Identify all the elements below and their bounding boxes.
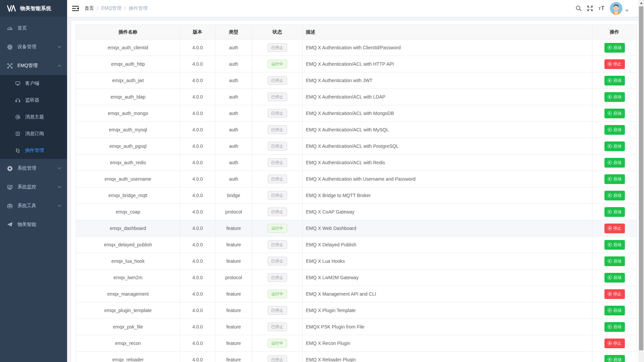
start-button[interactable]: 启动 <box>604 158 625 168</box>
action-button-label: 停止 <box>613 291 622 297</box>
status-cell: 已停止 <box>252 155 303 171</box>
start-button[interactable]: 启动 <box>604 76 625 85</box>
description-cell: EMQ X Reloader Plugin <box>303 352 592 362</box>
table-row: emqx_management 4.0.0 feature 运行中 EMQ X … <box>76 286 637 302</box>
chevron-down-icon <box>58 185 61 189</box>
sidebar-item-label: 插件管理 <box>25 147 44 154</box>
type-cell: feature <box>215 237 252 253</box>
sidebar-toggle-button[interactable] <box>67 0 84 17</box>
sidebar-item-emq[interactable]: EMQ管理 <box>0 56 67 75</box>
sidebar-item-wumei-smart[interactable]: 物美智能 <box>0 215 67 234</box>
action-button-icon <box>608 46 612 50</box>
search-icon[interactable] <box>573 0 584 17</box>
sidebar-item-system-monitor[interactable]: 系统监控 <box>0 178 67 196</box>
sidebar-item-plugins[interactable]: 插件管理 <box>0 142 67 159</box>
action-button-icon <box>608 128 612 132</box>
status-badge: 已停止 <box>268 322 287 331</box>
status-cell: 已停止 <box>252 352 303 362</box>
start-button[interactable]: 启动 <box>604 92 625 102</box>
font-size-icon[interactable]: TT <box>596 0 607 17</box>
sidebar-item-system-tools[interactable]: 系统工具 <box>0 196 67 215</box>
start-button[interactable]: 启动 <box>604 240 625 250</box>
sidebar-item-label: EMQ管理 <box>17 63 38 69</box>
start-button[interactable]: 启动 <box>604 191 625 200</box>
sidebar-item-clients[interactable]: 客户端 <box>0 75 67 92</box>
fullscreen-icon[interactable] <box>584 0 596 17</box>
status-badge: 已停止 <box>268 355 287 362</box>
status-badge: 已停止 <box>268 191 287 200</box>
description-cell: EMQ X Authentication/ACL with LDAP <box>303 89 592 105</box>
start-button[interactable]: 启动 <box>604 43 625 53</box>
action-button-icon <box>608 95 612 99</box>
sidebar-item-topics[interactable]: 消息主题 <box>0 109 67 125</box>
start-button[interactable]: 启动 <box>604 109 625 118</box>
chevron-up-icon <box>58 64 61 67</box>
breadcrumb-home[interactable]: 首页 <box>85 5 94 11</box>
breadcrumb: 首页 / EMQ管理 / 插件管理 <box>85 5 148 11</box>
header-actions: 操作 <box>592 25 637 40</box>
sidebar-item-label: 消息订阅 <box>25 131 44 137</box>
description-cell: EMQ X Authentication/ACL with MySQL <box>303 122 592 138</box>
emq-submenu: 客户端 监听器 消息主题 <box>0 75 67 159</box>
action-cell: 停止 <box>592 335 637 352</box>
action-cell: 启动 <box>592 204 637 220</box>
type-cell: auth <box>215 89 252 105</box>
start-button[interactable]: 启动 <box>604 174 625 184</box>
start-button[interactable]: 启动 <box>604 273 625 283</box>
stop-button[interactable]: 停止 <box>604 59 625 69</box>
status-badge: 已停止 <box>268 257 287 265</box>
plugin-name-cell: emqx_lua_hook <box>76 253 180 269</box>
plus-square-icon <box>15 131 20 137</box>
type-cell: auth <box>215 138 252 155</box>
scrollbar-thumb[interactable] <box>639 6 643 350</box>
table-row: emqx_auth_username 4.0.0 auth 已停止 EMQ X … <box>76 171 637 187</box>
start-button[interactable]: 启动 <box>604 256 625 266</box>
action-cell: 启动 <box>592 72 637 89</box>
action-button-label: 启动 <box>613 111 622 116</box>
sidebar-item-system-admin[interactable]: 系统管理 <box>0 159 67 178</box>
scrollbar[interactable] <box>638 0 644 362</box>
status-badge: 已停止 <box>268 175 287 183</box>
action-button-icon <box>608 62 612 66</box>
app-logo: 物美智能系统 <box>0 0 67 17</box>
description-cell: EMQ X Authentication with ClientId/Passw… <box>303 40 592 56</box>
status-cell: 已停止 <box>252 253 303 269</box>
table-row: emqx_auth_redis 4.0.0 auth 已停止 EMQ X Aut… <box>76 155 637 171</box>
description-cell: EMQ X Delayed Publish <box>303 237 592 253</box>
description-cell: EMQ X Authentication/ACL with PostgreSQL <box>303 138 592 155</box>
start-button[interactable]: 启动 <box>604 322 625 332</box>
header-version: 版本 <box>180 25 215 40</box>
status-cell: 已停止 <box>252 171 303 187</box>
action-cell: 停止 <box>592 56 637 72</box>
status-cell: 运行中 <box>252 56 303 72</box>
action-button-label: 启动 <box>613 258 622 264</box>
sidebar-item-listeners[interactable]: 监听器 <box>0 92 67 109</box>
user-menu[interactable] <box>610 2 629 15</box>
action-button-label: 启动 <box>613 193 622 198</box>
type-cell: feature <box>215 352 252 362</box>
status-badge: 已停止 <box>268 109 287 118</box>
status-cell: 已停止 <box>252 40 303 56</box>
sidebar-item-home[interactable]: 首页 <box>0 19 67 38</box>
version-cell: 4.0.0 <box>180 237 215 253</box>
description-cell: EMQ X LwM2M Gateway <box>303 269 592 286</box>
start-button[interactable]: 启动 <box>604 207 625 217</box>
start-button[interactable]: 启动 <box>604 141 625 151</box>
stop-button[interactable]: 停止 <box>604 224 625 233</box>
table-row: emqx_auth_http 4.0.0 auth 运行中 EMQ X Auth… <box>76 56 637 72</box>
plugin-name-cell: emqx_auth_mysql <box>76 122 180 138</box>
action-button-icon <box>608 341 612 345</box>
scrollbar-up-arrow[interactable] <box>638 0 644 6</box>
start-button[interactable]: 启动 <box>604 355 625 362</box>
start-button[interactable]: 启动 <box>604 125 625 135</box>
start-button[interactable]: 启动 <box>604 306 625 315</box>
plugin-name-cell: emqx_reloader <box>76 352 180 362</box>
stop-button[interactable]: 停止 <box>604 339 625 348</box>
sidebar-item-devices[interactable]: 设备管理 <box>0 38 67 56</box>
status-badge: 运行中 <box>268 290 287 298</box>
table-row: emqx_auth_mysql 4.0.0 auth 已停止 EMQ X Aut… <box>76 122 637 138</box>
stop-button[interactable]: 停止 <box>604 289 625 299</box>
action-button-label: 启动 <box>613 143 622 149</box>
caret-down-icon <box>625 10 629 12</box>
sidebar-item-subscriptions[interactable]: 消息订阅 <box>0 125 67 142</box>
